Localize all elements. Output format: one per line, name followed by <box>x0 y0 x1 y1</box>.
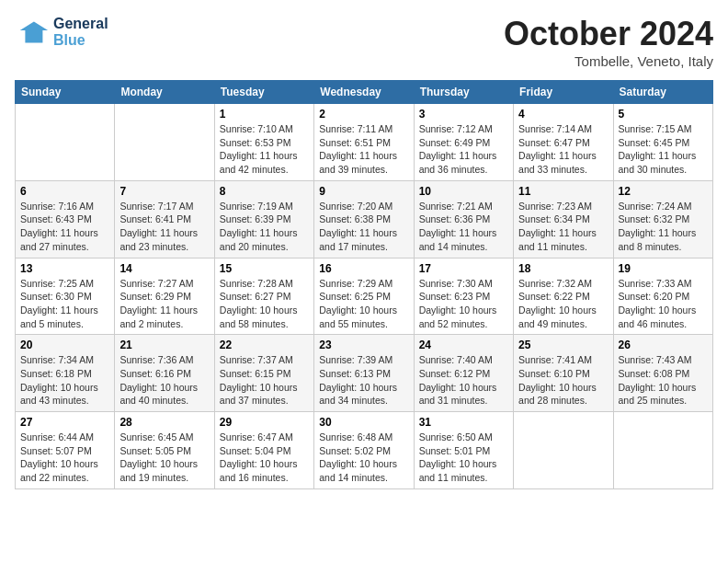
table-row: 18Sunrise: 7:32 AMSunset: 6:22 PMDayligh… <box>514 258 613 335</box>
day-number: 29 <box>220 416 309 429</box>
table-row: 13Sunrise: 7:25 AMSunset: 6:30 PMDayligh… <box>16 258 115 335</box>
day-info: Sunrise: 7:11 AMSunset: 6:51 PMDaylight:… <box>319 122 408 177</box>
calendar-table: Sunday Monday Tuesday Wednesday Thursday… <box>15 80 713 489</box>
day-info: Sunrise: 6:45 AMSunset: 5:05 PMDaylight:… <box>119 431 209 485</box>
table-row: 14Sunrise: 7:27 AMSunset: 6:29 PMDayligh… <box>115 258 214 335</box>
table-row: 10Sunrise: 7:21 AMSunset: 6:36 PMDayligh… <box>414 180 513 258</box>
table-row: 20Sunrise: 7:34 AMSunset: 6:18 PMDayligh… <box>16 335 115 412</box>
day-number: 28 <box>119 416 209 429</box>
title-area: October 2024 Tombelle, Veneto, Italy <box>504 15 713 69</box>
table-row: 31Sunrise: 6:50 AMSunset: 5:01 PMDayligh… <box>414 412 513 489</box>
page-header: General Blue October 2024 Tombelle, Vene… <box>15 15 713 69</box>
day-info: Sunrise: 7:16 AMSunset: 6:43 PMDaylight:… <box>20 200 109 254</box>
day-number: 27 <box>20 416 109 429</box>
day-number: 1 <box>220 108 309 121</box>
day-info: Sunrise: 7:12 AMSunset: 6:49 PMDaylight:… <box>419 122 508 177</box>
day-info: Sunrise: 7:29 AMSunset: 6:25 PMDaylight:… <box>319 277 408 331</box>
table-row: 9Sunrise: 7:20 AMSunset: 6:38 PMDaylight… <box>314 180 414 258</box>
day-info: Sunrise: 7:43 AMSunset: 6:08 PMDaylight:… <box>619 353 708 408</box>
day-info: Sunrise: 6:50 AMSunset: 5:01 PMDaylight:… <box>419 431 508 485</box>
month-title: October 2024 <box>504 15 713 53</box>
day-info: Sunrise: 7:24 AMSunset: 6:32 PMDaylight:… <box>619 200 708 254</box>
table-row: 24Sunrise: 7:40 AMSunset: 6:12 PMDayligh… <box>414 335 513 412</box>
logo-general: General <box>53 16 108 32</box>
calendar-header-row: Sunday Monday Tuesday Wednesday Thursday… <box>16 81 713 104</box>
location-title: Tombelle, Veneto, Italy <box>504 53 713 69</box>
calendar-week-row: 20Sunrise: 7:34 AMSunset: 6:18 PMDayligh… <box>16 335 713 412</box>
day-info: Sunrise: 7:27 AMSunset: 6:29 PMDaylight:… <box>119 277 209 331</box>
day-info: Sunrise: 7:14 AMSunset: 6:47 PMDaylight:… <box>518 122 608 177</box>
day-number: 23 <box>319 339 408 351</box>
calendar-week-row: 6Sunrise: 7:16 AMSunset: 6:43 PMDaylight… <box>16 180 713 258</box>
calendar-week-row: 27Sunrise: 6:44 AMSunset: 5:07 PMDayligh… <box>16 412 713 489</box>
day-info: Sunrise: 7:23 AMSunset: 6:34 PMDaylight:… <box>518 200 608 254</box>
day-info: Sunrise: 7:28 AMSunset: 6:27 PMDaylight:… <box>220 277 309 331</box>
col-saturday: Saturday <box>613 81 712 104</box>
day-info: Sunrise: 6:44 AMSunset: 5:07 PMDaylight:… <box>20 431 109 485</box>
day-number: 30 <box>319 416 408 429</box>
day-number: 8 <box>220 185 309 198</box>
day-number: 14 <box>119 262 209 275</box>
table-row: 30Sunrise: 6:48 AMSunset: 5:02 PMDayligh… <box>314 412 414 489</box>
table-row: 5Sunrise: 7:15 AMSunset: 6:45 PMDaylight… <box>613 104 712 181</box>
day-info: Sunrise: 7:17 AMSunset: 6:41 PMDaylight:… <box>119 200 209 254</box>
day-info: Sunrise: 7:41 AMSunset: 6:10 PMDaylight:… <box>518 353 608 408</box>
day-info: Sunrise: 6:47 AMSunset: 5:04 PMDaylight:… <box>220 431 309 485</box>
day-info: Sunrise: 7:19 AMSunset: 6:39 PMDaylight:… <box>220 200 309 254</box>
day-number: 17 <box>419 262 508 275</box>
day-info: Sunrise: 7:21 AMSunset: 6:36 PMDaylight:… <box>419 200 508 254</box>
table-row: 7Sunrise: 7:17 AMSunset: 6:41 PMDaylight… <box>115 180 214 258</box>
table-row: 6Sunrise: 7:16 AMSunset: 6:43 PMDaylight… <box>16 180 115 258</box>
day-number: 12 <box>619 185 708 198</box>
day-number: 26 <box>619 339 708 351</box>
day-number: 21 <box>119 339 209 351</box>
day-info: Sunrise: 7:34 AMSunset: 6:18 PMDaylight:… <box>20 353 109 408</box>
day-info: Sunrise: 7:36 AMSunset: 6:16 PMDaylight:… <box>119 353 209 408</box>
svg-marker-0 <box>20 22 48 43</box>
logo-icon <box>15 15 50 50</box>
day-info: Sunrise: 6:48 AMSunset: 5:02 PMDaylight:… <box>319 431 408 485</box>
day-number: 25 <box>518 339 608 351</box>
day-number: 15 <box>220 262 309 275</box>
day-number: 2 <box>319 108 408 121</box>
table-row: 19Sunrise: 7:33 AMSunset: 6:20 PMDayligh… <box>613 258 712 335</box>
day-number: 22 <box>220 339 309 351</box>
logo-blue: Blue <box>53 32 108 49</box>
day-number: 10 <box>419 185 508 198</box>
day-number: 13 <box>20 262 109 275</box>
day-info: Sunrise: 7:10 AMSunset: 6:53 PMDaylight:… <box>220 122 309 177</box>
table-row: 21Sunrise: 7:36 AMSunset: 6:16 PMDayligh… <box>115 335 214 412</box>
day-info: Sunrise: 7:15 AMSunset: 6:45 PMDaylight:… <box>619 122 708 177</box>
table-row <box>115 104 214 181</box>
col-tuesday: Tuesday <box>214 81 313 104</box>
day-info: Sunrise: 7:20 AMSunset: 6:38 PMDaylight:… <box>319 200 408 254</box>
day-number: 11 <box>518 185 608 198</box>
day-number: 6 <box>20 185 109 198</box>
col-thursday: Thursday <box>414 81 513 104</box>
day-number: 20 <box>20 339 109 351</box>
day-number: 16 <box>319 262 408 275</box>
table-row: 27Sunrise: 6:44 AMSunset: 5:07 PMDayligh… <box>16 412 115 489</box>
day-number: 7 <box>119 185 209 198</box>
col-friday: Friday <box>514 81 613 104</box>
day-number: 31 <box>419 416 508 429</box>
day-info: Sunrise: 7:30 AMSunset: 6:23 PMDaylight:… <box>419 277 508 331</box>
calendar-week-row: 13Sunrise: 7:25 AMSunset: 6:30 PMDayligh… <box>16 258 713 335</box>
table-row: 8Sunrise: 7:19 AMSunset: 6:39 PMDaylight… <box>214 180 313 258</box>
day-number: 24 <box>419 339 508 351</box>
day-info: Sunrise: 7:37 AMSunset: 6:15 PMDaylight:… <box>220 353 309 408</box>
table-row: 11Sunrise: 7:23 AMSunset: 6:34 PMDayligh… <box>514 180 613 258</box>
table-row <box>16 104 115 181</box>
logo-text: General Blue <box>53 16 108 48</box>
table-row: 28Sunrise: 6:45 AMSunset: 5:05 PMDayligh… <box>115 412 214 489</box>
day-number: 18 <box>518 262 608 275</box>
table-row: 25Sunrise: 7:41 AMSunset: 6:10 PMDayligh… <box>514 335 613 412</box>
table-row: 29Sunrise: 6:47 AMSunset: 5:04 PMDayligh… <box>214 412 313 489</box>
table-row: 17Sunrise: 7:30 AMSunset: 6:23 PMDayligh… <box>414 258 513 335</box>
table-row: 3Sunrise: 7:12 AMSunset: 6:49 PMDaylight… <box>414 104 513 181</box>
col-wednesday: Wednesday <box>314 81 414 104</box>
table-row: 23Sunrise: 7:39 AMSunset: 6:13 PMDayligh… <box>314 335 414 412</box>
table-row: 4Sunrise: 7:14 AMSunset: 6:47 PMDaylight… <box>514 104 613 181</box>
day-number: 4 <box>518 108 608 121</box>
calendar-week-row: 1Sunrise: 7:10 AMSunset: 6:53 PMDaylight… <box>16 104 713 181</box>
